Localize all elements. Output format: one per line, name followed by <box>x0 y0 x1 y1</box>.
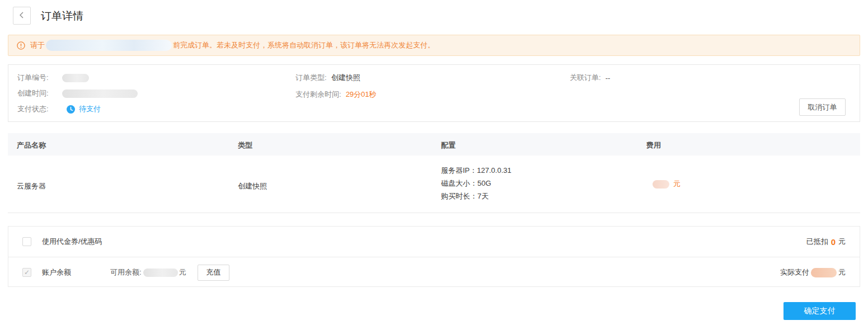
order-info-panel: 订单编号: 创建时间: 支付状态: 待支付 订单类型: 创建快照 支付剩余时间:… <box>8 64 860 122</box>
confirm-payment-button[interactable]: 确定支付 <box>783 302 856 320</box>
column-header-config: 配置 <box>441 140 456 150</box>
remain-time-label: 支付剩余时间: <box>295 90 341 100</box>
create-time-row: 创建时间: <box>17 89 138 98</box>
remain-time-value: 29分01秒 <box>346 90 377 100</box>
deducted-unit: 元 <box>838 237 846 247</box>
order-type-label: 订单类型: <box>295 73 327 83</box>
payment-deadline-alert: 请于 前完成订单。若未及时支付，系统将自动取消订单，该订单将无法再次发起支付。 <box>8 35 860 56</box>
redacted-fee-amount <box>653 180 669 189</box>
deducted-label: 已抵扣 <box>806 237 828 247</box>
redacted-actual-payment <box>811 268 837 277</box>
pay-status-row: 支付状态: 待支付 <box>17 105 101 114</box>
coupon-row: 使用代金券/优惠码 已抵扣 0 元 <box>8 227 860 257</box>
order-detail-page: 订单详情 请于 前完成订单。若未及时支付，系统将自动取消订单，该订单将无法再次发… <box>0 0 868 325</box>
payment-section: 使用代金券/优惠码 已抵扣 0 元 ✓ 账户余额 可用余额: 元 充值 实际支付… <box>8 226 860 287</box>
clock-icon <box>67 105 75 114</box>
order-type-value: 创建快照 <box>331 73 360 83</box>
product-type: 创建快照 <box>238 181 267 191</box>
deducted-value: 0 <box>831 237 836 247</box>
order-number-row: 订单编号: <box>17 73 89 82</box>
config-line-duration: 购买时长：7天 <box>441 190 512 202</box>
related-order-label: 关联订单: <box>570 73 601 83</box>
chevron-left-icon <box>19 12 25 20</box>
balance-checkbox[interactable]: ✓ <box>22 268 31 277</box>
cancel-order-button[interactable]: 取消订单 <box>799 98 846 116</box>
page-title: 订单详情 <box>41 9 83 23</box>
product-config: 服务器IP：127.0.0.31 磁盘大小：50G 购买时长：7天 <box>441 164 512 202</box>
deducted-amount: 已抵扣 0 元 <box>806 237 846 247</box>
column-header-product: 产品名称 <box>17 140 46 150</box>
order-type-row: 订单类型: 创建快照 <box>295 73 360 82</box>
recharge-button[interactable]: 充值 <box>198 265 229 281</box>
order-number-label: 订单编号: <box>17 73 62 83</box>
column-header-type: 类型 <box>238 140 252 150</box>
pay-status-value: 待支付 <box>79 104 101 114</box>
balance-row: ✓ 账户余额 可用余额: 元 充值 实际支付 元 <box>8 257 860 288</box>
redacted-available-balance <box>143 269 178 277</box>
redacted-deadline <box>46 40 172 51</box>
table-row: 云服务器 创建快照 服务器IP：127.0.0.31 磁盘大小：50G 购买时长… <box>8 156 860 213</box>
coupon-label: 使用代金券/优惠码 <box>42 237 102 247</box>
column-header-fee: 费用 <box>646 140 661 150</box>
actual-payment-unit: 元 <box>838 267 846 277</box>
config-line-ip: 服务器IP：127.0.0.31 <box>441 164 512 177</box>
pay-status-label: 支付状态: <box>17 104 62 114</box>
related-order-row: 关联订单: -- <box>570 73 610 82</box>
product-fee: 元 <box>653 179 681 189</box>
alert-text-suffix: 前完成订单。若未及时支付，系统将自动取消订单，该订单将无法再次发起支付。 <box>173 40 435 50</box>
redacted-create-time <box>62 90 138 98</box>
remain-time-row: 支付剩余时间: 29分01秒 <box>295 90 377 99</box>
redacted-order-number <box>62 74 89 82</box>
alert-text-prefix: 请于 <box>30 40 45 50</box>
product-name: 云服务器 <box>17 181 46 191</box>
coupon-checkbox[interactable] <box>22 237 31 246</box>
product-table-header: 产品名称 类型 配置 费用 <box>8 133 860 156</box>
fee-unit: 元 <box>673 179 681 189</box>
config-line-disk: 磁盘大小：50G <box>441 177 512 190</box>
actual-payment: 实际支付 元 <box>780 267 846 277</box>
available-balance-unit: 元 <box>179 267 186 277</box>
back-button[interactable] <box>13 7 31 25</box>
create-time-label: 创建时间: <box>17 88 62 98</box>
balance-label: 账户余额 <box>42 267 71 277</box>
related-order-value: -- <box>606 74 611 82</box>
actual-payment-label: 实际支付 <box>780 267 809 277</box>
warning-icon <box>17 41 25 50</box>
available-balance-label: 可用余额: <box>110 267 142 277</box>
